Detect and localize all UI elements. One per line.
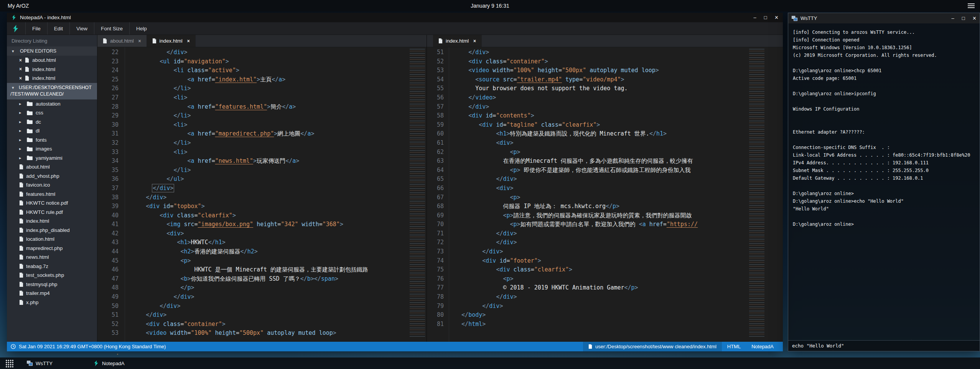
- minimap[interactable]: [410, 49, 425, 338]
- sidebar-folder[interactable]: ▸css: [7, 108, 97, 117]
- sidebar-file[interactable]: mapredirect.php: [7, 244, 97, 253]
- code-line[interactable]: <div>: [455, 184, 783, 193]
- sidebar-file[interactable]: HKWTC rule.pdf: [7, 208, 97, 217]
- code-line[interactable]: </div>: [132, 48, 427, 57]
- code-line[interactable]: </div>: [132, 184, 427, 193]
- code-line[interactable]: </div>: [455, 48, 783, 57]
- code-line[interactable]: <div id="footer">: [455, 256, 783, 266]
- minimize-button[interactable]: –: [754, 15, 756, 20]
- code-line[interactable]: 在香港的Minecraft 伺服器中，多為小遊戲和純生存的伺服器，較少擁有: [455, 157, 783, 166]
- tab-index.html[interactable]: index.html×: [147, 35, 196, 47]
- code-line[interactable]: © 2018 - 2019 HKWTC Animation Gamer</p>: [455, 283, 783, 293]
- code-line[interactable]: Your browser does not support the video …: [455, 84, 783, 93]
- sidebar-file[interactable]: news.html: [7, 253, 97, 262]
- sidebar-folder[interactable]: ▸yamiyamimi: [7, 154, 97, 163]
- code-line[interactable]: <source src="trailer.mp4" type="video/mp…: [455, 75, 783, 84]
- close-button[interactable]: ×: [775, 14, 778, 21]
- menu-font-size[interactable]: Font Size: [94, 22, 129, 35]
- close-icon[interactable]: ×: [19, 58, 22, 63]
- code-line[interactable]: <li class="active">: [132, 66, 427, 75]
- code-line[interactable]: </div>: [455, 103, 783, 112]
- close-button[interactable]: ×: [973, 15, 976, 22]
- close-icon[interactable]: ×: [473, 38, 476, 44]
- code-editor-right[interactable]: </div> <div class="container"> <video wi…: [449, 47, 783, 342]
- open-editor-item[interactable]: ×about.html: [7, 56, 97, 65]
- sidebar-file[interactable]: testmysql.php: [7, 280, 97, 289]
- minimize-button[interactable]: –: [952, 15, 954, 21]
- code-line[interactable]: <ul id="navigation">: [132, 57, 427, 66]
- code-line[interactable]: </div>: [455, 247, 783, 256]
- open-editors-section[interactable]: ▾ OPEN EDITORS: [7, 46, 97, 56]
- sidebar-file[interactable]: location.html: [7, 235, 97, 244]
- code-line[interactable]: <h1>HKWTC</h1>: [132, 238, 427, 247]
- tab-index.html[interactable]: index.html×: [433, 35, 482, 47]
- code-line[interactable]: </div>: [132, 193, 427, 202]
- app-launcher-grid-icon[interactable]: [5, 359, 13, 367]
- menu-help[interactable]: Help: [129, 22, 153, 35]
- code-line[interactable]: <div id="tagline" class="clearfix">: [455, 121, 783, 130]
- code-line[interactable]: </div>: [132, 311, 427, 320]
- open-editor-item[interactable]: ×index.html: [7, 74, 97, 83]
- sidebar-file[interactable]: add_vhost.php: [7, 172, 97, 181]
- sidebar-file[interactable]: features.html: [7, 190, 97, 199]
- code-line[interactable]: <p>: [455, 275, 783, 284]
- sidebar-file[interactable]: about.html: [7, 162, 97, 172]
- maximize-button[interactable]: □: [764, 15, 767, 20]
- code-line[interactable]: <video width="100%" height="500px" autop…: [455, 66, 783, 75]
- code-line[interactable]: <h2>香港的建築伺服器</h2>: [132, 247, 427, 256]
- code-line[interactable]: <p>如有問題或需要申請白名單，歡迎加入我們的 <a href="https:/…: [455, 220, 783, 229]
- code-line[interactable]: <div id="topbox">: [132, 202, 427, 211]
- code-line[interactable]: </div>: [132, 293, 427, 302]
- tab-about.html[interactable]: about.html×: [97, 35, 147, 47]
- code-line[interactable]: </div>: [455, 175, 783, 184]
- sidebar-root-path[interactable]: ▾ USER:/DESKTOP/SCREENSHOT /TEST/WWW CLE…: [7, 83, 97, 99]
- code-line[interactable]: </div>: [455, 229, 783, 238]
- code-line[interactable]: <p> 即使你不是建築師，你也能透過紅石師或鐵路工程師的身份加入我: [455, 166, 783, 175]
- close-icon[interactable]: ×: [19, 76, 22, 81]
- code-line[interactable]: <a href="mapredirect.php">網上地圖</a>: [132, 129, 427, 139]
- code-line[interactable]: <a href="news.html">玩家傳送門</a>: [132, 157, 427, 166]
- code-line[interactable]: <div>: [455, 139, 783, 148]
- menu-edit[interactable]: Edit: [47, 22, 69, 35]
- code-line[interactable]: <li>: [132, 121, 427, 130]
- code-line[interactable]: </li>: [132, 84, 427, 93]
- sidebar-folder[interactable]: ▸images: [7, 144, 97, 154]
- code-line[interactable]: <p>: [455, 148, 783, 157]
- code-line[interactable]: </li>: [132, 139, 427, 148]
- code-line[interactable]: </video>: [455, 93, 783, 103]
- open-editor-item[interactable]: ×index.html: [7, 65, 97, 74]
- code-line[interactable]: <p>請注意，我們的伺服器為確保玩家及遊玩時的質素，我們對的服器開啟: [455, 211, 783, 220]
- code-line[interactable]: <a href="features.html">簡介</a>: [132, 103, 427, 112]
- code-line[interactable]: <div class="container">: [132, 320, 427, 329]
- code-line[interactable]: <a href="index.html">主頁</a>: [132, 75, 427, 84]
- close-icon[interactable]: ×: [187, 38, 190, 44]
- sidebar-file[interactable]: trailer.mp4: [7, 289, 97, 298]
- menu-view[interactable]: View: [69, 22, 94, 35]
- sidebar-file[interactable]: HKWTC notice.pdf: [7, 199, 97, 208]
- code-line[interactable]: <li>: [132, 148, 427, 157]
- code-line[interactable]: 伺服器 IP 地址為： mcs.hkwtc.org</p>: [455, 202, 783, 211]
- system-menu-title[interactable]: My ArOZ: [0, 3, 29, 9]
- code-editor-left[interactable]: </div> <ul id="navigation"> <li class="a…: [125, 47, 427, 342]
- code-line[interactable]: </li>: [132, 111, 427, 121]
- close-icon[interactable]: ×: [19, 66, 22, 72]
- terminal-input[interactable]: echo "Hello World": [788, 340, 980, 351]
- code-line[interactable]: <div class="clearfix">: [455, 265, 783, 275]
- code-line[interactable]: <video width="100%" height="500px" autop…: [132, 329, 427, 338]
- minimap[interactable]: [749, 49, 764, 338]
- sidebar-folder[interactable]: ▸dl: [7, 126, 97, 136]
- hamburger-menu-icon[interactable]: [968, 3, 975, 4]
- sidebar-file[interactable]: test_sockets.php: [7, 271, 97, 280]
- code-line[interactable]: </div>: [455, 238, 783, 247]
- sidebar-folder[interactable]: ▸autostation: [7, 99, 97, 109]
- sidebar-file[interactable]: favicon.ico: [7, 180, 97, 190]
- sidebar-file[interactable]: x.php: [7, 298, 97, 307]
- taskbar-item-wstty[interactable]: WsTTY: [23, 357, 56, 369]
- sidebar-folder[interactable]: ▸dc: [7, 117, 97, 127]
- code-line[interactable]: </ul>: [132, 175, 427, 184]
- maximize-button[interactable]: □: [962, 15, 965, 21]
- sidebar-file[interactable]: teabag.7z: [7, 262, 97, 271]
- code-line[interactable]: <img src="images/box.png" height="342" w…: [132, 220, 427, 229]
- code-line[interactable]: <p>: [132, 256, 427, 266]
- code-line[interactable]: </p>: [132, 283, 427, 293]
